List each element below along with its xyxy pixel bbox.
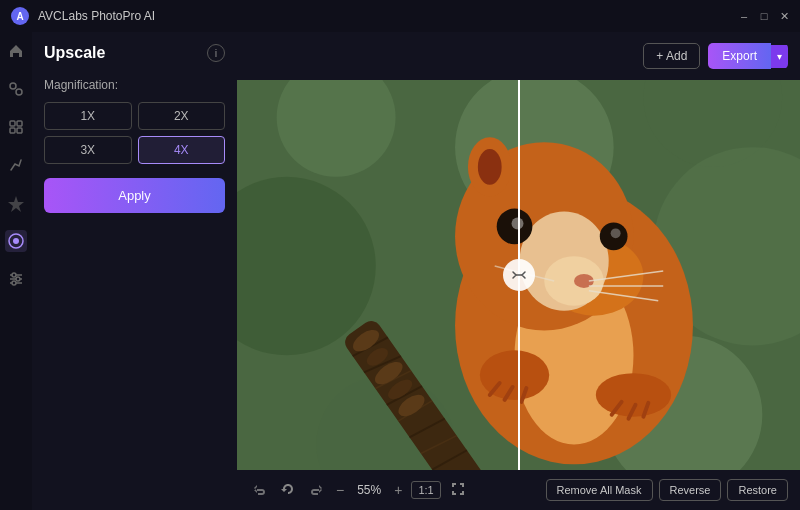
svg-rect-7 (17, 128, 22, 133)
svg-point-15 (12, 281, 16, 285)
remove-all-mask-button[interactable]: Remove All Mask (546, 479, 653, 501)
app-title: AVCLabs PhotoPro AI (38, 9, 738, 23)
zoom-in-button[interactable]: + (391, 479, 405, 501)
sidebar-item-home[interactable] (5, 40, 27, 62)
sidebar-item-retouch[interactable] (5, 154, 27, 176)
bottom-left-controls: − 55% + 1:1 (249, 478, 538, 503)
add-button[interactable]: + Add (643, 43, 700, 69)
mag-4x-button[interactable]: 4X (138, 136, 226, 164)
svg-point-48 (611, 228, 621, 238)
sidebar (0, 32, 32, 510)
bottom-right-controls: Remove All Mask Reverse Restore (546, 479, 788, 501)
redo-button[interactable] (305, 478, 327, 503)
sidebar-item-colorize[interactable] (5, 230, 27, 252)
sidebar-item-adjust[interactable] (5, 268, 27, 290)
svg-rect-5 (17, 121, 22, 126)
zoom-controls: − 55% + 1:1 (333, 478, 469, 503)
settings-panel: Upscale i Magnification: 1X 2X 3X 4X App… (32, 32, 237, 510)
export-button-group: Export ▾ (708, 43, 788, 69)
mag-3x-button[interactable]: 3X (44, 136, 132, 164)
svg-point-50 (478, 149, 502, 185)
svg-point-3 (16, 89, 22, 95)
image-viewer (237, 80, 800, 470)
mag-1x-button[interactable]: 1X (44, 102, 132, 130)
sidebar-item-effects[interactable] (5, 116, 27, 138)
undo-button[interactable] (249, 478, 271, 503)
bottom-toolbar: − 55% + 1:1 Remove All Mask Reverse Rest… (237, 470, 800, 510)
ratio-button[interactable]: 1:1 (411, 481, 440, 499)
panel-header: Upscale i (44, 44, 225, 62)
image-canvas (237, 80, 800, 470)
top-toolbar: + Add Export ▾ (237, 32, 800, 80)
restore-button[interactable]: Restore (727, 479, 788, 501)
magnification-label: Magnification: (44, 78, 225, 92)
minimize-button[interactable]: – (738, 10, 750, 22)
window-controls: – □ ✕ (738, 10, 790, 22)
rotate-ccw-button[interactable] (277, 478, 299, 503)
apply-button[interactable]: Apply (44, 178, 225, 213)
fit-to-screen-button[interactable] (447, 478, 469, 503)
svg-rect-4 (10, 121, 15, 126)
zoom-level: 55% (353, 483, 385, 497)
svg-rect-6 (10, 128, 15, 133)
export-button[interactable]: Export (708, 43, 771, 69)
app-body: Upscale i Magnification: 1X 2X 3X 4X App… (0, 32, 800, 510)
mag-2x-button[interactable]: 2X (138, 102, 226, 130)
export-dropdown-button[interactable]: ▾ (771, 45, 788, 68)
reverse-button[interactable]: Reverse (659, 479, 722, 501)
svg-text:A: A (16, 11, 23, 22)
app-logo: A (10, 6, 30, 26)
main-content: + Add Export ▾ (237, 32, 800, 510)
title-bar: A AVCLabs PhotoPro AI – □ ✕ (0, 0, 800, 32)
divider-handle[interactable] (503, 259, 535, 291)
svg-point-9 (13, 238, 19, 244)
sidebar-item-cutout[interactable] (5, 192, 27, 214)
svg-point-2 (10, 83, 16, 89)
maximize-button[interactable]: □ (758, 10, 770, 22)
panel-title: Upscale (44, 44, 105, 62)
zoom-out-button[interactable]: − (333, 479, 347, 501)
svg-point-13 (12, 273, 16, 277)
svg-point-14 (16, 277, 20, 281)
info-button[interactable]: i (207, 44, 225, 62)
magnification-grid: 1X 2X 3X 4X (44, 102, 225, 164)
sidebar-item-objects[interactable] (5, 78, 27, 100)
close-button[interactable]: ✕ (778, 10, 790, 22)
